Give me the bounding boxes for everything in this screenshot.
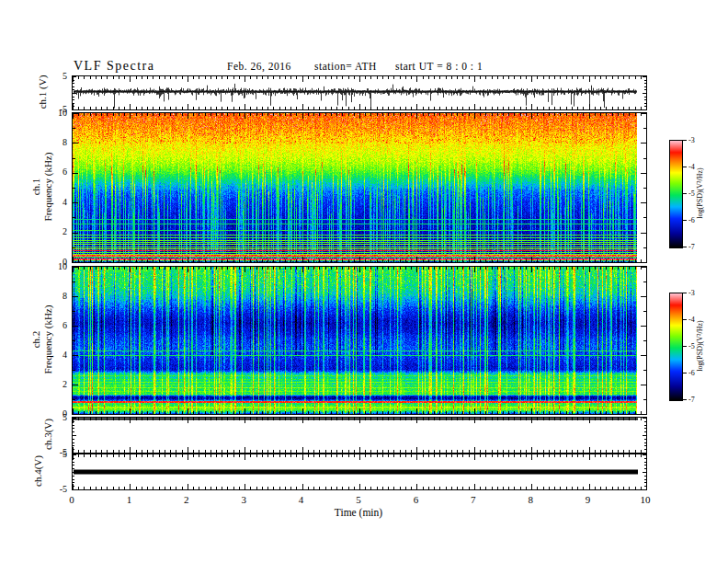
colorbar-tick-label: -5 [688,342,695,350]
colorbar-ch1-gradient [670,141,682,247]
ch3-voltage-panel [72,417,647,454]
colorbar-tick-label: -4 [688,316,695,324]
x-tick-label: 1 [127,494,132,505]
colorbar-tick-label: -5 [688,190,695,198]
ch3-waveform-canvas [73,418,646,453]
y-tick-label: 5 [63,72,67,80]
colorbar-tick-mark [683,346,687,347]
ch1-voltage-panel [72,75,647,110]
x-tick-label: 5 [356,494,361,505]
start-ut-label: start UT = 8 : 0 : 1 [395,61,483,72]
ch1-spectrogram-canvas [73,113,646,262]
y-tick-label: 2 [63,227,67,236]
x-tick-label: 0 [69,494,74,505]
y-tick-label: 2 [63,380,67,388]
ch4-waveform-canvas [73,454,646,489]
x-tick-label: 3 [241,494,246,505]
colorbar-tick-mark [683,293,687,293]
colorbar-tick-label: -6 [688,216,695,224]
colorbar-ch2-title: log(PSD)(V²/Hz) [696,282,705,410]
y-tick-label: 6 [63,321,67,329]
y-tick-label: 8 [63,138,67,146]
y-tick-label: -5 [60,485,67,493]
ch1-waveform-canvas [73,76,646,109]
x-tick-label: 10 [641,494,651,505]
colorbar-tick-mark [683,373,687,373]
x-tick-label: 4 [299,494,304,505]
y-tick-label: 5 [63,450,67,458]
vlf-spectra-figure: VLF Spectra Feb. 26, 2016 station= ATH s… [0,0,728,563]
colorbar-tick-mark [683,193,687,194]
colorbar-tick-mark [683,140,687,141]
x-axis-title: Time (min) [335,507,382,518]
x-tick-label: 9 [586,494,591,505]
ch4-voltage-panel [72,454,647,490]
colorbar-tick-mark [683,247,687,247]
colorbar-ch2-gradient [670,293,682,400]
station-label: station= ATH [314,61,377,72]
colorbar-tick-label: -3 [688,136,695,144]
colorbar-tick-label: -3 [688,289,695,297]
y-tick-label: 4 [63,350,67,359]
x-tick-label: 2 [184,494,189,505]
date-label: Feb. 26, 2016 [227,61,291,72]
colorbar-tick-label: -7 [688,243,695,251]
colorbar-ch2 [669,293,683,401]
colorbar-tick-label: -6 [688,369,695,377]
ch1-spectrogram-panel [72,112,647,263]
y-tick-label: 10 [58,109,67,117]
ch4-voltage-axis-title: ch.4(V) [32,374,45,563]
y-tick-label: 6 [63,167,67,176]
y-tick-label: 8 [63,292,67,300]
colorbar-tick-mark [683,220,687,221]
ch2-spectrogram-canvas [73,267,646,414]
y-tick-label: 4 [63,198,67,206]
figure-title: VLF Spectra [74,59,154,74]
colorbar-tick-mark [683,399,687,400]
y-tick-label: 5 [63,413,67,421]
colorbar-tick-mark [683,167,687,167]
colorbar-ch1 [669,140,683,248]
colorbar-tick-label: -4 [688,163,695,171]
x-tick-label: 8 [528,494,533,505]
y-tick-label: 10 [58,262,67,270]
colorbar-tick-mark [683,319,687,320]
colorbar-tick-label: -7 [688,396,695,404]
x-tick-label: 7 [471,494,476,505]
x-tick-label: 6 [414,494,419,505]
ch2-spectrogram-panel [72,266,647,415]
colorbar-ch1-title: log(PSD)(V²/Hz) [696,129,705,258]
